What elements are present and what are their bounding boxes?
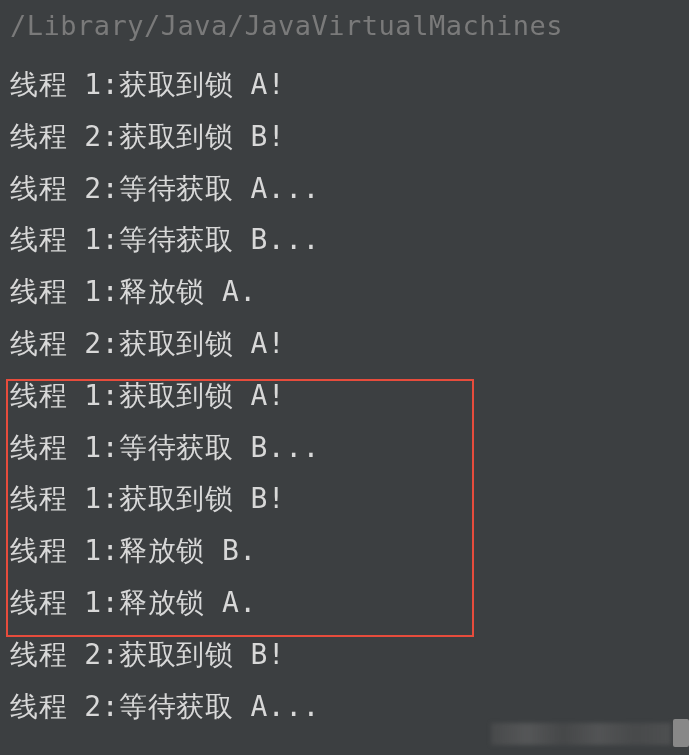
blurred-region: [491, 723, 671, 745]
console-line: 线程 1:获取到锁 A!: [10, 59, 689, 111]
console-line: 线程 2:获取到锁 B!: [10, 629, 689, 681]
console-line: 线程 1:释放锁 A.: [10, 577, 689, 629]
console-line: 线程 2:获取到锁 B!: [10, 111, 689, 163]
java-path: /Library/Java/JavaVirtualMachines: [10, 10, 689, 41]
console-line: 线程 1:释放锁 A.: [10, 266, 689, 318]
console-line: 线程 2:获取到锁 A!: [10, 318, 689, 370]
console-output: /Library/Java/JavaVirtualMachines 线程 1:获…: [0, 0, 689, 732]
console-line: 线程 1:等待获取 B...: [10, 214, 689, 266]
console-line: 线程 2:等待获取 A...: [10, 163, 689, 215]
console-line: 线程 1:释放锁 B.: [10, 525, 689, 577]
scrollbar-thumb[interactable]: [673, 719, 689, 747]
console-line: 线程 1:等待获取 B...: [10, 422, 689, 474]
console-line: 线程 1:获取到锁 B!: [10, 473, 689, 525]
console-line: 线程 1:获取到锁 A!: [10, 370, 689, 422]
